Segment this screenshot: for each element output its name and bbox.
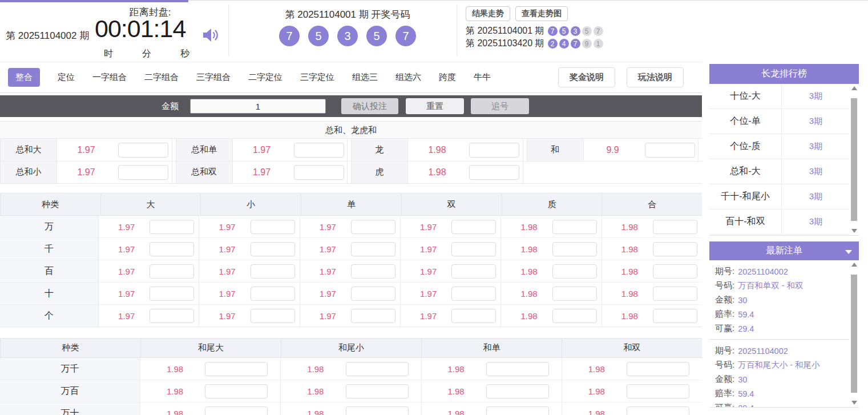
bet-amount-field[interactable] [346, 384, 409, 398]
nav-tab[interactable]: 组选三 [352, 68, 378, 87]
bet-amount-field[interactable] [118, 165, 168, 180]
dragon-row[interactable]: 个位-质 3期 [709, 134, 859, 159]
bet-amount-field[interactable] [351, 220, 395, 234]
bet-amount-field[interactable] [627, 406, 689, 415]
bet-amount-field[interactable] [351, 242, 395, 256]
bet-amount-field[interactable] [294, 165, 344, 180]
bet-amount-field[interactable] [251, 309, 295, 323]
order-field-label: 金额: [715, 295, 734, 305]
bet-amount-field[interactable] [552, 309, 597, 323]
bet-amount-field[interactable] [150, 309, 194, 323]
trend-button[interactable]: 查看走势图 [515, 6, 568, 21]
section-title: 总和、龙虎和 [0, 122, 702, 139]
odds-value: 1.98 [607, 222, 653, 232]
trend-button[interactable]: 结果走势 [466, 6, 510, 21]
row-cells: 1.97 1.97 1.97 [98, 305, 702, 327]
nav-tab[interactable]: 一字组合 [92, 68, 127, 87]
scrollbar-thumb[interactable] [851, 275, 857, 393]
bet-amount-field[interactable] [653, 287, 697, 301]
bet-amount-field[interactable] [150, 220, 194, 234]
bet-amount-field[interactable] [627, 384, 689, 398]
bet-amount-field[interactable] [645, 143, 695, 158]
amount-input[interactable] [190, 99, 326, 114]
help-button[interactable]: 奖金说明 [558, 67, 615, 87]
bet-amount-field[interactable] [205, 384, 268, 398]
bet-amount-field[interactable] [469, 143, 519, 158]
scrollbar-thumb[interactable] [851, 98, 857, 221]
scrollbar[interactable] [849, 260, 859, 407]
dragon-row[interactable]: 千十-和尾小 3期 [709, 184, 859, 209]
draw-ball: 7 [279, 26, 300, 46]
dragon-row[interactable]: 总和-大 3期 [709, 159, 859, 184]
odds-value: 1.98 [607, 244, 653, 254]
bet-amount-field[interactable] [552, 287, 597, 301]
trend-block: 结果走势查看走势图 第 20251104001 期 75357 第 202511… [466, 0, 605, 50]
bet-amount-field[interactable] [451, 264, 496, 279]
dragon-row[interactable]: 个位-单 3期 [709, 109, 859, 134]
bet-amount-field[interactable] [150, 264, 194, 279]
nav-tab[interactable]: 三字组合 [196, 68, 231, 87]
nav-tab[interactable]: 牛牛 [474, 68, 491, 87]
nav-tab[interactable]: 二字定位 [248, 68, 282, 87]
bet-amount-field[interactable] [653, 264, 697, 279]
nav-tab[interactable]: 二字组合 [144, 68, 179, 87]
bet-amount-field[interactable] [150, 242, 194, 256]
mini-ball: 7 [594, 26, 603, 36]
bet-amount-field[interactable] [486, 384, 549, 398]
bet-amount-field[interactable] [552, 242, 597, 256]
dragon-panel-body: 十位-大 3期 个位-单 3期 个位-质 3期 [709, 84, 859, 236]
chase-number-button[interactable]: 追号 [471, 98, 529, 114]
nav-tab[interactable]: 定位 [58, 68, 75, 87]
bet-amount-field[interactable] [346, 362, 409, 376]
bet-amount-field[interactable] [469, 165, 519, 180]
dragon-row[interactable]: 百十-和双 3期 [709, 209, 859, 235]
bet-amount-field[interactable] [653, 309, 697, 323]
bet-amount-field[interactable] [451, 220, 496, 234]
bet-amount-field[interactable] [251, 242, 295, 256]
nav-tab[interactable]: 三字定位 [300, 68, 334, 87]
scroll-up-icon[interactable] [851, 263, 857, 267]
bet-amount-field[interactable] [552, 220, 597, 234]
bet-amount-field[interactable] [653, 242, 697, 256]
bet-amount-field[interactable] [251, 287, 295, 301]
bet-amount-field[interactable] [486, 406, 549, 415]
bet-amount-field[interactable] [251, 220, 295, 234]
bet-amount-field[interactable] [451, 309, 496, 323]
bet-amount-field[interactable] [150, 287, 194, 301]
scrollbar[interactable] [849, 84, 859, 235]
bet-amount-field[interactable] [205, 406, 268, 415]
nav-tab[interactable]: 跨度 [439, 68, 456, 87]
minute-label: 分 [142, 48, 151, 60]
bet-amount-field[interactable] [486, 362, 549, 376]
mini-ball: 7 [571, 39, 580, 49]
bet-amount-field[interactable] [251, 264, 295, 279]
bet-amount-field[interactable] [294, 143, 344, 158]
nav-tab[interactable]: 整合 [8, 68, 40, 87]
row-label: 万十 [0, 402, 140, 415]
bet-amount-field[interactable] [351, 264, 395, 279]
bet-amount-field[interactable] [552, 264, 597, 279]
scroll-down-icon[interactable] [851, 401, 857, 405]
bet-amount-field[interactable] [451, 287, 496, 301]
bet-amount-field[interactable] [451, 242, 496, 256]
dragon-row[interactable]: 十位-大 3期 [709, 84, 859, 109]
amount-label: 金额 [162, 101, 179, 112]
sum-bet-cell: 总和大 1.97 [0, 139, 172, 161]
bet-amount-field[interactable] [118, 143, 168, 158]
odds-cell: 1.97 [199, 238, 299, 260]
bet-amount-field[interactable] [346, 406, 409, 415]
scroll-up-icon[interactable] [851, 86, 857, 90]
bet-amount-field[interactable] [653, 220, 697, 234]
bet-amount-field[interactable] [627, 362, 689, 376]
confirm-bet-button[interactable]: 确认投注 [341, 98, 398, 114]
bet-amount-field[interactable] [205, 362, 268, 376]
speaker-icon[interactable] [202, 27, 219, 45]
help-button[interactable]: 玩法说明 [627, 67, 684, 87]
collapse-chevron-icon[interactable] [845, 250, 852, 254]
nav-tab[interactable]: 组选六 [395, 68, 421, 87]
play-nav: 整合定位一字组合二字组合三字组合二字定位三字定位组选三组选六跨度牛牛 奖金说明玩… [0, 62, 702, 93]
reset-button[interactable]: 重置 [406, 98, 464, 114]
bet-amount-field[interactable] [351, 287, 395, 301]
scroll-down-icon[interactable] [851, 229, 857, 233]
bet-amount-field[interactable] [351, 309, 395, 323]
